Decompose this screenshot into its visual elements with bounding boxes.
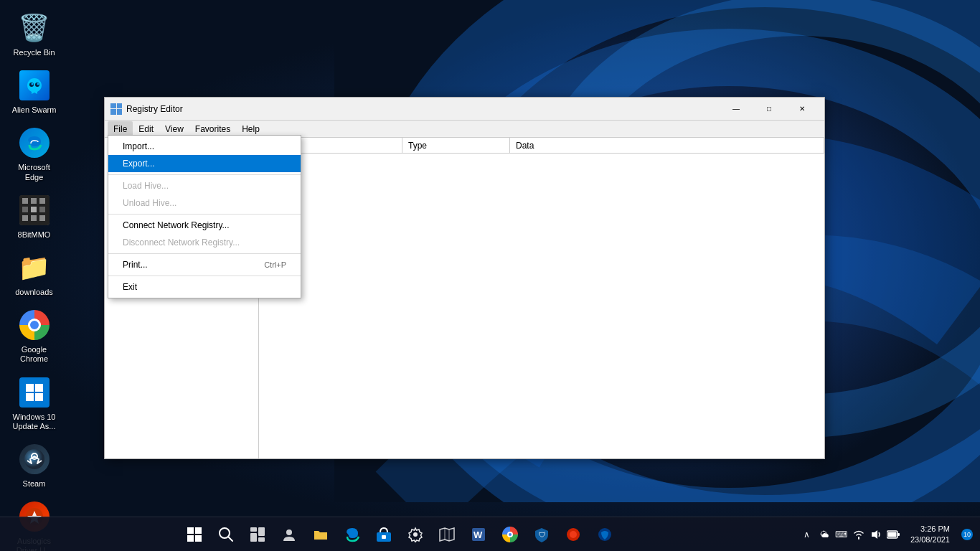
svg-marker-40 bbox=[440, 528, 454, 541]
desktop-icon-recycle-bin[interactable]: 🗑️ Recycle Bin bbox=[7, 7, 61, 61]
connect-registry-label: Connect Network Registry... bbox=[123, 220, 230, 230]
svg-rect-32 bbox=[250, 533, 257, 542]
steam-icon bbox=[17, 442, 52, 476]
notification-badge[interactable]: 10 bbox=[961, 529, 973, 540]
chrome-taskbar-button[interactable] bbox=[496, 520, 524, 549]
svg-rect-26 bbox=[195, 527, 202, 534]
alien-swarm-icon bbox=[17, 68, 52, 103]
desktop-icon-downloads[interactable]: 📁 downloads bbox=[7, 247, 61, 301]
svg-rect-27 bbox=[187, 535, 194, 542]
desktop-icon-alien-swarm[interactable]: Alien Swarm bbox=[7, 65, 61, 118]
svg-rect-51 bbox=[887, 532, 896, 537]
svg-rect-10 bbox=[31, 198, 37, 204]
svg-rect-36 bbox=[314, 532, 327, 540]
clock-time: 3:26 PM bbox=[910, 524, 950, 534]
svg-rect-11 bbox=[39, 198, 45, 204]
file-explorer-button[interactable] bbox=[306, 520, 335, 549]
desktop-icon-google-chrome[interactable]: Google Chrome bbox=[7, 304, 61, 367]
registry-editor-icon bbox=[110, 103, 122, 115]
desktop-icon-microsoft-edge[interactable]: Microsoft Edge bbox=[7, 122, 61, 185]
menu-load-hive: Load Hive... bbox=[108, 177, 301, 194]
alien-swarm-label: Alien Swarm bbox=[12, 105, 57, 115]
svg-rect-12 bbox=[22, 207, 28, 212]
svg-rect-33 bbox=[258, 527, 265, 536]
column-data-header: Data bbox=[510, 138, 824, 153]
unknown-app-button[interactable] bbox=[559, 520, 588, 549]
tray-volume-icon[interactable] bbox=[869, 527, 883, 542]
svg-point-7 bbox=[37, 83, 39, 85]
svg-rect-38 bbox=[382, 535, 386, 539]
import-label: Import... bbox=[123, 141, 154, 151]
svg-rect-28 bbox=[195, 535, 202, 542]
downloads-icon: 📁 bbox=[17, 250, 52, 285]
maps-button[interactable] bbox=[433, 520, 461, 549]
tray-keyboard-icon[interactable]: ⌨ bbox=[834, 527, 849, 542]
menu-export[interactable]: Export... bbox=[108, 155, 301, 172]
menu-exit[interactable]: Exit bbox=[108, 278, 301, 296]
tray-battery-icon[interactable] bbox=[886, 527, 900, 542]
start-button[interactable] bbox=[180, 520, 209, 549]
security-button[interactable]: 🛡 bbox=[527, 520, 556, 549]
clock-date: 23/08/2021 bbox=[910, 534, 950, 545]
tray-expand-icon[interactable]: ∧ bbox=[800, 527, 814, 542]
svg-rect-19 bbox=[35, 384, 43, 392]
load-hive-label: Load Hive... bbox=[123, 181, 169, 191]
desktop-icon-8bitmmo[interactable]: 8BitMMO bbox=[7, 189, 61, 243]
menu-print[interactable]: Print... Ctrl+P bbox=[108, 256, 301, 273]
word-button[interactable]: W bbox=[464, 520, 493, 549]
svg-rect-18 bbox=[26, 384, 34, 392]
svg-rect-34 bbox=[258, 537, 265, 542]
svg-rect-15 bbox=[22, 215, 28, 221]
google-chrome-icon bbox=[17, 308, 52, 342]
desktop-icons: 🗑️ Recycle Bin Alien Swarm bbox=[7, 7, 61, 551]
tray-wifi-icon[interactable] bbox=[852, 527, 866, 542]
close-button[interactable]: ✕ bbox=[786, 98, 819, 121]
taskbar-left: W 🛡 bbox=[0, 520, 800, 549]
menu-unload-hive: Unload Hive... bbox=[108, 194, 301, 212]
svg-line-30 bbox=[228, 537, 232, 541]
svg-rect-17 bbox=[39, 215, 45, 221]
svg-rect-21 bbox=[35, 393, 43, 401]
search-button[interactable] bbox=[212, 520, 240, 549]
window-title: Registry Editor bbox=[126, 104, 720, 114]
column-type-header: Type bbox=[402, 138, 510, 153]
window-controls: — □ ✕ bbox=[720, 98, 819, 121]
export-label: Export... bbox=[123, 159, 155, 169]
desktop: 🗑️ Recycle Bin Alien Swarm bbox=[0, 0, 980, 551]
system-clock[interactable]: 3:26 PM 23/08/2021 bbox=[906, 522, 954, 546]
store-button[interactable] bbox=[369, 520, 398, 549]
svg-rect-9 bbox=[22, 198, 28, 204]
edge-taskbar-button[interactable] bbox=[338, 520, 367, 549]
windows10-update-icon bbox=[17, 375, 52, 410]
svg-rect-50 bbox=[897, 533, 900, 536]
menu-import[interactable]: Import... bbox=[108, 138, 301, 155]
desktop-icon-windows10-update[interactable]: Windows 10 Update As... bbox=[7, 372, 61, 435]
separator-2 bbox=[108, 214, 301, 215]
another-app-button[interactable] bbox=[590, 520, 619, 549]
system-tray: ∧ 🌥 ⌨ bbox=[800, 527, 900, 542]
teams-button[interactable] bbox=[275, 520, 303, 549]
svg-point-39 bbox=[413, 532, 418, 537]
menu-connect-registry[interactable]: Connect Network Registry... bbox=[108, 217, 301, 234]
svg-rect-20 bbox=[26, 393, 34, 401]
settings-taskbar-button[interactable] bbox=[401, 520, 430, 549]
recycle-bin-label: Recycle Bin bbox=[13, 48, 55, 57]
taskbar: W 🛡 bbox=[0, 517, 980, 551]
print-shortcut: Ctrl+P bbox=[264, 260, 286, 269]
svg-point-35 bbox=[286, 529, 292, 535]
detail-column-headers: Name Type Data bbox=[259, 138, 824, 154]
svg-text:W: W bbox=[473, 529, 483, 540]
svg-rect-14 bbox=[39, 207, 45, 212]
file-dropdown-menu: Import... Export... Load Hive... Unload … bbox=[108, 135, 301, 298]
windows10-update-label: Windows 10 Update As... bbox=[11, 413, 57, 431]
microsoft-edge-label: Microsoft Edge bbox=[11, 163, 57, 182]
svg-point-6 bbox=[31, 83, 33, 85]
svg-rect-13 bbox=[31, 207, 37, 212]
maximize-button[interactable]: □ bbox=[753, 98, 786, 121]
tray-cloud-icon[interactable]: 🌥 bbox=[817, 527, 831, 542]
svg-text:🛡: 🛡 bbox=[539, 531, 546, 539]
minimize-button[interactable]: — bbox=[720, 98, 753, 121]
desktop-icon-steam[interactable]: Steam bbox=[7, 438, 61, 492]
widgets-button[interactable] bbox=[243, 520, 272, 549]
8bitmmo-icon bbox=[17, 193, 52, 227]
